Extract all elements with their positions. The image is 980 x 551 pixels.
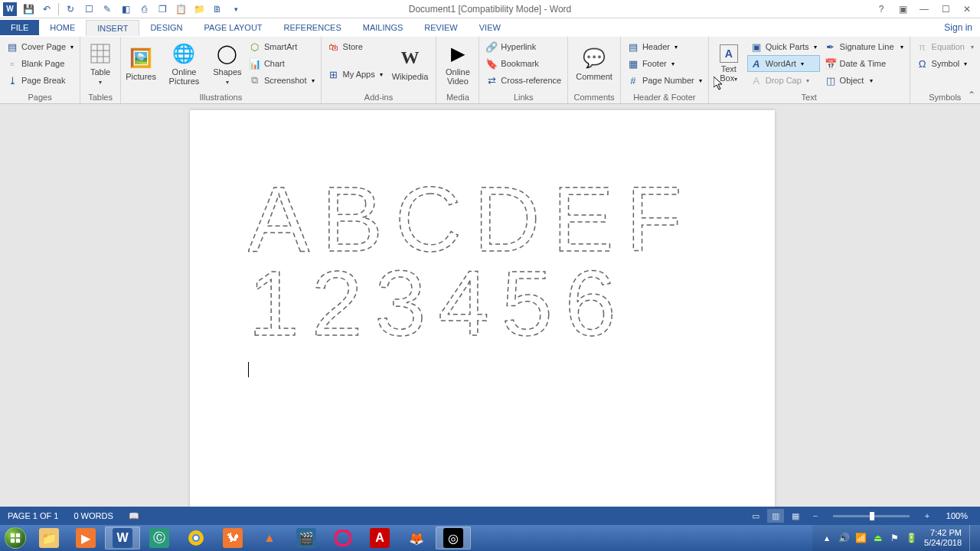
tray-volume-icon[interactable]: 🔊 bbox=[837, 531, 851, 545]
datetime-button[interactable]: 📅Date & Time bbox=[822, 55, 906, 72]
pictures-label: Pictures bbox=[126, 72, 156, 81]
taskbar-vlc[interactable]: ▲ bbox=[252, 527, 287, 549]
maximize-icon[interactable]: ☐ bbox=[939, 2, 952, 16]
shapes-icon: ◯ bbox=[215, 41, 240, 66]
zoom-out-icon[interactable]: − bbox=[807, 509, 824, 523]
copy-icon[interactable]: ❐ bbox=[155, 2, 169, 16]
page-icon[interactable]: 🗎 bbox=[211, 2, 224, 16]
taskbar-media-player[interactable]: ▶ bbox=[68, 527, 103, 549]
close-icon[interactable]: ✕ bbox=[960, 2, 974, 16]
cover-page-button[interactable]: ▤Cover Page▾ bbox=[3, 38, 77, 55]
save-icon[interactable]: 💾 bbox=[21, 2, 35, 16]
hyperlink-button[interactable]: 🔗Hyperlink bbox=[482, 38, 564, 55]
show-desktop-button[interactable] bbox=[969, 525, 977, 551]
collapse-ribbon-icon[interactable]: ⌃ bbox=[968, 90, 975, 100]
group-links: 🔗Hyperlink 🔖Bookmark ⇄Cross-reference Li… bbox=[479, 37, 568, 103]
pagenum-button[interactable]: #Page Number▾ bbox=[624, 72, 705, 89]
wordart-button[interactable]: AWordArt▾ bbox=[747, 55, 820, 72]
print-layout-icon[interactable]: ▥ bbox=[767, 509, 784, 523]
taskbar-firefox[interactable]: 🦊 bbox=[399, 527, 434, 549]
customize-qat-icon[interactable]: ▾ bbox=[229, 2, 243, 16]
redo-icon[interactable]: ↻ bbox=[64, 2, 77, 16]
bookmark-button[interactable]: 🔖Bookmark bbox=[482, 55, 564, 72]
object-button[interactable]: ◫Object▾ bbox=[822, 72, 906, 89]
tab-review[interactable]: REVIEW bbox=[413, 20, 468, 35]
read-mode-icon[interactable]: ▭ bbox=[747, 509, 764, 523]
myapps-button[interactable]: ⊞My Apps▾ bbox=[325, 66, 386, 83]
equation-button[interactable]: πEquation▾ bbox=[913, 38, 977, 55]
blank-page-button[interactable]: ▫Blank Page bbox=[3, 55, 77, 72]
tab-design[interactable]: DESIGN bbox=[139, 20, 193, 35]
tray-flag-icon[interactable]: ⚑ bbox=[887, 531, 901, 545]
tab-file[interactable]: FILE bbox=[0, 20, 39, 35]
word-count[interactable]: 0 WORDS bbox=[66, 511, 120, 520]
quickparts-label: Quick Parts bbox=[766, 42, 809, 51]
myapps-label: My Apps bbox=[343, 70, 375, 79]
tray-clock[interactable]: 7:42 PM 5/24/2018 bbox=[920, 528, 966, 548]
crossref-button[interactable]: ⇄Cross-reference bbox=[482, 72, 564, 89]
new-icon[interactable]: ☐ bbox=[82, 2, 96, 16]
tab-mailings[interactable]: MAILINGS bbox=[352, 20, 414, 35]
dropcap-button[interactable]: ADrop Cap▾ bbox=[747, 72, 820, 89]
tab-insert[interactable]: INSERT bbox=[86, 20, 139, 36]
taskbar-explorer[interactable]: 📁 bbox=[31, 527, 67, 549]
minimize-icon[interactable]: — bbox=[917, 2, 931, 16]
screenshot-button[interactable]: ⧉Screenshot▾ bbox=[246, 72, 318, 89]
footer-label: Footer bbox=[642, 59, 667, 68]
table-label: Table bbox=[90, 67, 110, 77]
sigline-button[interactable]: ✒Signature Line▾ bbox=[822, 38, 906, 55]
textbox-button[interactable]: AText Box▾ bbox=[712, 38, 746, 89]
quickparts-icon: ▣ bbox=[750, 41, 763, 53]
online-video-button[interactable]: ▶Online Video bbox=[439, 38, 475, 89]
taskbar-acrobat[interactable]: A bbox=[362, 527, 397, 549]
print-icon[interactable]: ⎙ bbox=[137, 2, 151, 16]
footer-button[interactable]: ▦Footer▾ bbox=[624, 55, 705, 72]
open-icon[interactable]: 📁 bbox=[192, 2, 206, 16]
quickparts-button[interactable]: ▣Quick Parts▾ bbox=[747, 38, 820, 55]
tab-view[interactable]: VIEW bbox=[469, 20, 511, 35]
online-pictures-button[interactable]: 🌐Online Pictures bbox=[159, 38, 209, 89]
symbol-button[interactable]: ΩSymbol▾ bbox=[913, 55, 977, 72]
store-button[interactable]: 🛍Store bbox=[325, 38, 386, 55]
taskbar-video-editor[interactable]: 🎬 bbox=[289, 527, 324, 549]
edit-icon[interactable]: ✎ bbox=[100, 2, 114, 16]
tray-safe-remove-icon[interactable]: ⏏ bbox=[871, 531, 884, 545]
comment-button[interactable]: 💬Comment bbox=[571, 38, 617, 89]
page-break-button[interactable]: ⤓Page Break bbox=[3, 72, 77, 89]
screenshot-label: Screenshot bbox=[264, 76, 307, 85]
shapes-button[interactable]: ◯Shapes▾ bbox=[211, 38, 244, 89]
paste-icon[interactable]: 📋 bbox=[174, 2, 188, 16]
zoom-level[interactable]: 100% bbox=[939, 511, 975, 520]
tab-page-layout[interactable]: PAGE LAYOUT bbox=[194, 20, 273, 35]
tab-references[interactable]: REFERENCES bbox=[273, 20, 352, 35]
smartart-button[interactable]: ⬡SmartArt bbox=[246, 38, 318, 55]
tray-expand-icon[interactable]: ▴ bbox=[820, 531, 834, 545]
zoom-slider[interactable] bbox=[833, 515, 910, 517]
table-button[interactable]: Table▾ bbox=[83, 38, 117, 89]
zoom-in-icon[interactable]: + bbox=[919, 509, 936, 523]
document-page[interactable]: ABCDEF 123456 bbox=[190, 110, 775, 507]
tray-network-icon[interactable]: 📶 bbox=[854, 531, 867, 545]
ribbon-display-icon[interactable]: ▣ bbox=[896, 2, 910, 16]
tray-battery-icon[interactable]: 🔋 bbox=[904, 531, 918, 545]
taskbar-chrome[interactable] bbox=[178, 527, 214, 549]
proofing-icon[interactable]: 📖 bbox=[121, 511, 147, 521]
sign-in-link[interactable]: Sign in bbox=[944, 22, 972, 33]
taskbar-opera[interactable] bbox=[325, 527, 361, 549]
page-indicator[interactable]: PAGE 1 OF 1 bbox=[0, 511, 66, 520]
taskbar-uc[interactable]: 🐿 bbox=[215, 527, 250, 549]
tab-home[interactable]: HOME bbox=[39, 20, 86, 35]
start-button[interactable] bbox=[0, 525, 31, 551]
word-icon[interactable]: W bbox=[3, 2, 17, 16]
chart-button[interactable]: 📊Chart bbox=[246, 55, 318, 72]
preview-icon[interactable]: ◧ bbox=[119, 2, 132, 16]
help-icon[interactable]: ? bbox=[874, 2, 888, 16]
wikipedia-button[interactable]: WWikipedia bbox=[387, 38, 433, 89]
taskbar-word[interactable]: W bbox=[105, 527, 140, 549]
web-layout-icon[interactable]: ▦ bbox=[787, 509, 804, 523]
undo-icon[interactable]: ↶ bbox=[40, 2, 54, 16]
pictures-button[interactable]: 🖼️Pictures bbox=[124, 38, 158, 89]
taskbar-adobe[interactable]: Ⓒ bbox=[142, 527, 177, 549]
header-button[interactable]: ▤Header▾ bbox=[624, 38, 705, 55]
taskbar-camera[interactable]: ◎ bbox=[436, 527, 471, 549]
